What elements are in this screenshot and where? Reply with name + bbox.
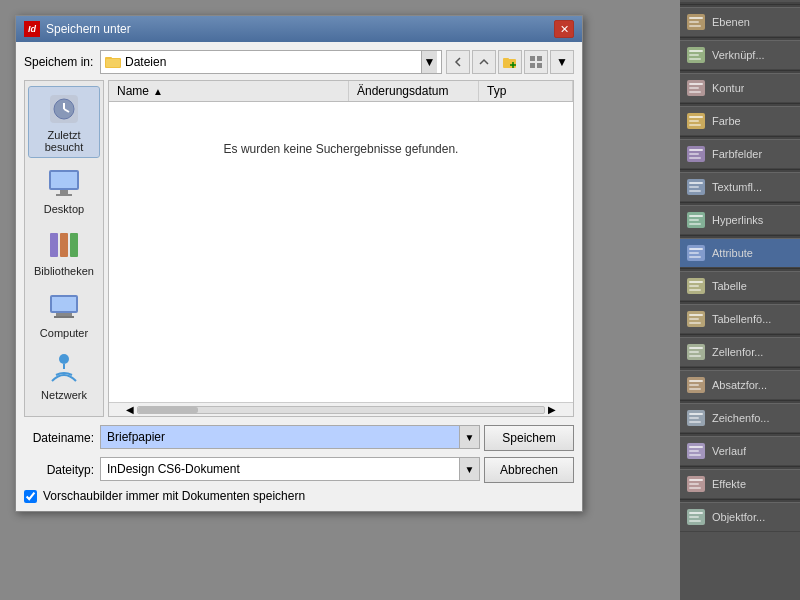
save-in-label: Speichem in: [24,55,94,69]
filetype-combo[interactable]: InDesign CS6-Dokument ▼ [100,457,480,481]
filetype-row: Dateityp: InDesign CS6-Dokument ▼ Abbrec… [24,457,574,483]
svg-rect-14 [689,120,699,122]
nav-item-computer[interactable]: Computer [29,285,99,343]
view-button[interactable] [524,50,548,74]
nav-item-desktop[interactable]: Desktop [29,161,99,219]
stroke-icon [686,78,706,98]
nav-item-network[interactable]: Netzwerk [29,347,99,405]
scroll-left-btn[interactable]: ◀ [123,403,137,417]
panel-item-textflow-icon[interactable]: Textumfl... [680,173,800,202]
panel-label-color-icon: Farbe [712,115,741,127]
svg-rect-45 [689,380,703,382]
panel-item-cellstyle-icon[interactable]: Zellenfor... [680,338,800,367]
svg-point-90 [59,354,69,364]
svg-rect-66 [106,59,120,67]
panel-label-cellstyle-icon: Zellenfor... [712,346,763,358]
panel-item-layers-icon[interactable]: Ebenen [680,8,800,37]
cancel-button[interactable]: Abbrechen [484,457,574,483]
up-button[interactable] [472,50,496,74]
filename-dropdown-arrow[interactable]: ▼ [459,426,479,448]
svg-rect-15 [689,124,701,126]
svg-rect-61 [689,512,703,514]
scrollbar-track[interactable] [137,406,545,414]
svg-rect-7 [689,58,701,60]
svg-rect-50 [689,417,699,419]
effects-icon [686,474,706,494]
close-button[interactable]: ✕ [554,20,574,38]
tablestyle-icon [686,309,706,329]
svg-rect-34 [689,285,699,287]
svg-rect-25 [689,215,703,217]
svg-rect-82 [51,172,77,188]
col-name-header[interactable]: Name ▲ [109,81,349,101]
svg-rect-68 [503,58,509,61]
preview-checkbox[interactable] [24,490,37,503]
panel-item-gradient-icon[interactable]: Verlauf [680,437,800,466]
scroll-right-btn[interactable]: ▶ [545,403,559,417]
panel-item-stroke-icon[interactable]: Kontur [680,74,800,103]
col-date-header[interactable]: Änderungsdatum [349,81,479,101]
filename-label: Dateiname: [24,431,94,445]
charstyle-icon [686,408,706,428]
dialog-body: Speichem in: Dateien ▼ [16,42,582,511]
no-results-message: Es wurden keine Suchergebnisse gefunden. [224,122,459,156]
panel-item-hyperlinks-icon[interactable]: Hyperlinks [680,206,800,235]
svg-rect-80 [60,190,68,194]
filename-input[interactable] [101,426,459,448]
svg-rect-29 [689,248,703,250]
svg-rect-23 [689,190,701,192]
svg-rect-57 [689,479,703,481]
svg-rect-37 [689,314,703,316]
save-in-dropdown-arrow[interactable]: ▼ [421,51,437,73]
folder-icon [105,54,121,70]
svg-rect-11 [689,91,701,93]
svg-rect-55 [689,454,701,456]
clock-icon [46,91,82,127]
panel-label-textflow-icon: Textumfl... [712,181,762,193]
file-list-content: Es wurden keine Suchergebnisse gefunden. [109,102,573,402]
panel-label-attributes-icon: Attribute [712,247,753,259]
nav-item-clock[interactable]: Zuletzt besucht [29,87,99,157]
nav-item-library[interactable]: Bibliotheken [29,223,99,281]
panel-label-charstyle-icon: Zeichenfo... [712,412,769,424]
svg-rect-87 [52,297,76,311]
panel-item-attributes-icon[interactable]: Attribute [680,239,800,268]
col-type-header[interactable]: Typ [479,81,573,101]
new-folder-button[interactable] [498,50,522,74]
save-in-combo[interactable]: Dateien ▼ [100,50,442,74]
panel-item-objectstyle-icon[interactable]: Objektfor... [680,503,800,532]
svg-rect-72 [537,56,542,61]
app-icon: Id [24,21,40,37]
swatches-icon [686,144,706,164]
horizontal-scrollbar[interactable]: ◀ ▶ [109,402,573,416]
nav-label-desktop: Desktop [44,203,84,215]
svg-rect-63 [689,520,701,522]
nav-label-clock: Zuletzt besucht [33,129,95,153]
back-button[interactable] [446,50,470,74]
panel-item-link-icon[interactable]: Verknüpf... [680,41,800,70]
scrollbar-thumb[interactable] [138,407,198,413]
panel-item-parastyle-icon[interactable]: Absatzfor... [680,371,800,400]
filetype-dropdown-arrow[interactable]: ▼ [459,458,479,480]
svg-rect-26 [689,219,699,221]
panel-item-effects-icon[interactable]: Effekte [680,470,800,499]
panel-label-tablestyle-icon: Tabellenfö... [712,313,771,325]
svg-rect-41 [689,347,703,349]
svg-rect-42 [689,351,699,353]
dialog-titlebar: Id Speichern unter ✕ [16,16,582,42]
svg-rect-43 [689,355,701,357]
filename-row: Dateiname: ▼ Speichem [24,425,574,451]
panel-item-tablestyle-icon[interactable]: Tabellenfö... [680,305,800,334]
save-button[interactable]: Speichem [484,425,574,451]
panel-item-color-icon[interactable]: Farbe [680,107,800,136]
menu-button[interactable]: ▼ [550,50,574,74]
svg-rect-17 [689,149,703,151]
checkbox-label[interactable]: Vorschaubilder immer mit Dokumenten spei… [43,489,305,503]
svg-rect-46 [689,384,699,386]
svg-rect-88 [56,313,72,316]
panel-item-table-icon[interactable]: Tabelle [680,272,800,301]
svg-rect-35 [689,289,701,291]
panel-item-charstyle-icon[interactable]: Zeichenfo... [680,404,800,433]
panel-label-effects-icon: Effekte [712,478,746,490]
panel-item-swatches-icon[interactable]: Farbfelder [680,140,800,169]
